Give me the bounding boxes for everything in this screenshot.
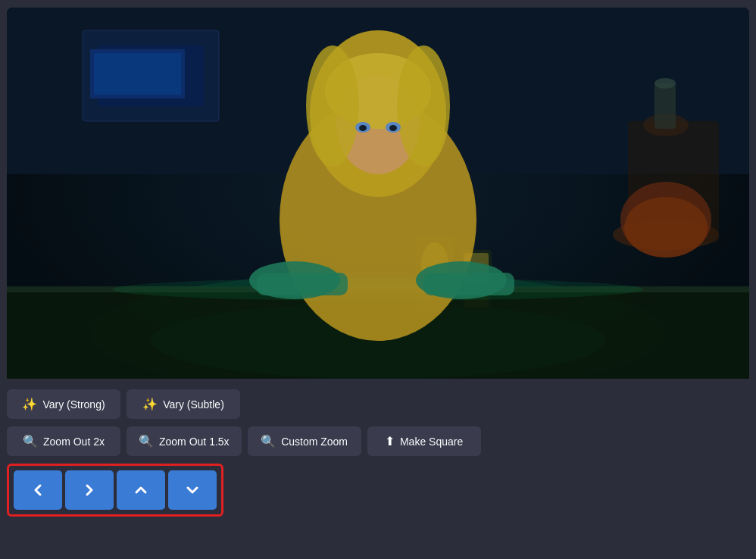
arrow-left-icon [29, 481, 47, 499]
arrow-left-button[interactable] [14, 470, 62, 510]
vary-subtle-button[interactable]: ✨ Vary (Subtle) [127, 389, 240, 419]
vary-subtle-icon: ✨ [142, 397, 158, 411]
vary-strong-button[interactable]: ✨ Vary (Strong) [7, 389, 120, 419]
zoom-out-2x-label: Zoom Out 2x [43, 436, 105, 448]
arrow-down-icon [183, 481, 201, 499]
make-square-label: Make Square [400, 436, 463, 448]
custom-zoom-icon: 🔍 [261, 434, 276, 448]
zoom-out-2x-button[interactable]: 🔍 Zoom Out 2x [7, 426, 120, 456]
custom-zoom-button[interactable]: 🔍 Custom Zoom [248, 426, 361, 456]
arrow-down-button[interactable] [168, 470, 217, 510]
zoom-out-1-5x-button[interactable]: 🔍 Zoom Out 1.5x [127, 426, 242, 456]
vary-strong-icon: ✨ [22, 397, 37, 411]
make-square-icon: ⬆ [385, 434, 395, 448]
buttons-area: ✨ Vary (Strong) ✨ Vary (Subtle) 🔍 Zoom O… [7, 379, 749, 524]
zoom-out-1-5x-icon: 🔍 [139, 434, 154, 448]
zoom-out-2x-icon: 🔍 [23, 434, 38, 448]
vary-subtle-label: Vary (Subtle) [163, 398, 224, 411]
arrow-right-icon [80, 481, 98, 499]
custom-zoom-label: Custom Zoom [281, 436, 348, 448]
arrow-right-button[interactable] [65, 470, 114, 510]
make-square-button[interactable]: ⬆ Make Square [367, 426, 481, 456]
arrow-up-icon [132, 481, 150, 499]
vary-strong-label: Vary (Strong) [42, 398, 105, 411]
lab-scene-svg [7, 8, 749, 379]
vary-button-row: ✨ Vary (Strong) ✨ Vary (Subtle) [7, 389, 749, 419]
svg-rect-37 [7, 8, 749, 379]
generated-image [7, 8, 749, 379]
arrow-buttons-wrapper [7, 464, 223, 517]
zoom-out-1-5x-label: Zoom Out 1.5x [159, 436, 230, 448]
main-container: ✨ Vary (Strong) ✨ Vary (Subtle) 🔍 Zoom O… [7, 8, 749, 524]
arrow-up-button[interactable] [117, 470, 165, 510]
